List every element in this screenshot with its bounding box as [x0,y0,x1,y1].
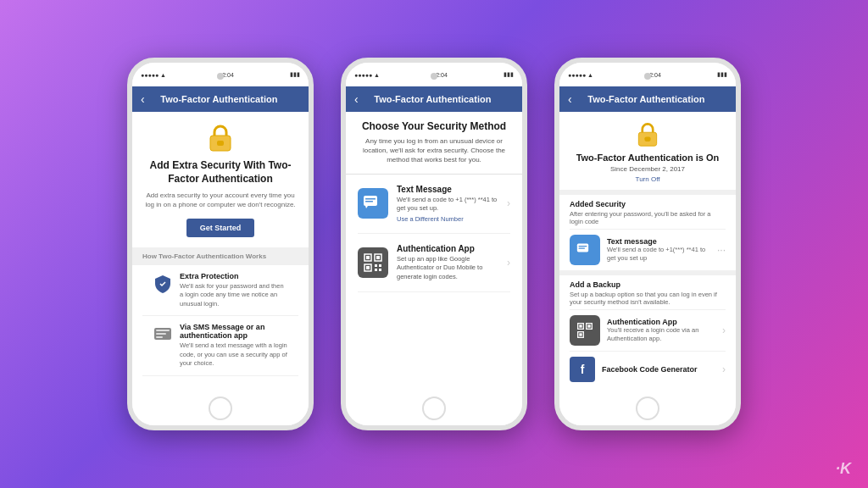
get-started-button[interactable]: Get Started [186,219,255,237]
svg-rect-26 [579,324,581,327]
p3-arrow-2: › [722,363,726,375]
feature-text-2: Via SMS Message or an authentication app… [180,323,288,369]
svg-rect-8 [365,201,373,202]
sms-option-icon [358,188,388,219]
battery-info-2: ▮▮▮ [504,71,514,78]
svg-rect-7 [365,198,376,200]
status-bar-3: ●●●●● ▲ 2:04 ▮▮▮ [559,63,736,86]
svg-rect-4 [156,333,166,335]
phone1-subtext: Add extra security to your account every… [142,191,298,209]
option-arrow-2: › [507,257,510,269]
svg-rect-3 [156,330,170,331]
option-text-1: Text Message We'll send a code to +1 (**… [397,185,498,223]
p3-qr-icon [570,315,600,346]
home-button-1[interactable] [209,396,232,420]
lock-icon-3 [634,120,661,147]
phone3-bottom [559,391,736,425]
svg-rect-19 [379,269,381,271]
p3-text-message-desc: We'll send a code to +1(***) **41 to get… [607,246,710,263]
watermark: ·K [836,460,851,478]
phone3-heading: Two-Factor Authentication is On [570,152,726,163]
svg-rect-15 [366,266,370,269]
signal-info-2: ●●●●● ▲ [354,72,380,78]
status-bar-2: ●●●●● ▲ 2:04 ▮▮▮ [346,63,522,86]
add-backup-title: Add a Backup [570,275,726,291]
svg-rect-1 [217,141,224,146]
fb-header-1: ‹ Two-Factor Authentication [132,86,309,112]
phone-1: ●●●●● ▲ 2:04 ▮▮▮ ‹ Two-Factor Authentica… [127,58,314,430]
time-display-3: 2:04 [649,72,661,78]
lock-icon-wrap-3 [570,120,726,147]
p3-text-message-text: Text message We'll send a code to +1(***… [607,237,710,263]
svg-rect-13 [376,256,380,259]
phone2-screen: Choose Your Security Method Any time you… [346,112,522,391]
option-desc-2: Set up an app like Google Authenticator … [397,255,498,282]
signal-info-3: ●●●●● ▲ [568,72,593,78]
lock-icon-1 [205,122,236,152]
how-section-label: How Two-Factor Authentication Works [132,247,309,265]
svg-rect-30 [579,333,581,336]
svg-rect-21 [644,137,650,141]
option-title-2: Authentication App [397,244,498,253]
added-security-title: Added Security [570,195,726,210]
fb-header-2: ‹ Two-Factor Authentication [346,86,522,112]
svg-rect-24 [579,248,586,249]
p3-sms-icon [570,235,600,265]
battery-info-1: ▮▮▮ [290,71,300,78]
qr-option-icon [358,247,388,278]
feature-item-2: Via SMS Message or an authentication app… [142,316,298,376]
status-bar-1: ●●●●● ▲ 2:04 ▮▮▮ [132,63,309,86]
p3-text-message-item[interactable]: Text message We'll send a code to +1(***… [570,229,726,270]
turn-off-link[interactable]: Turn Off [570,175,726,183]
back-arrow-icon-1[interactable]: ‹ [141,92,145,106]
header-title-1: Two-Factor Authentication [150,94,288,104]
svg-rect-17 [379,264,381,267]
back-arrow-icon-2[interactable]: ‹ [354,92,359,106]
phone2-heading: Choose Your Security Method [358,120,510,132]
option-link-1[interactable]: Use a Different Number [397,215,498,223]
more-icon[interactable]: ··· [717,244,726,256]
p3-fb-code-item[interactable]: f Facebook Code Generator › [570,351,726,387]
option-desc-1: We'll send a code to +1 (***) **41 to ge… [397,196,498,214]
p3-auth-app-item[interactable]: Authentication App You'll receive a logi… [570,309,726,351]
signal-info: ●●●●● ▲ [141,72,166,78]
home-button-3[interactable] [636,396,659,420]
time-display-2: 2:04 [436,72,448,78]
svg-rect-18 [375,269,377,271]
svg-marker-9 [365,206,368,208]
option-auth-app[interactable]: Authentication App Set up an app like Go… [358,234,510,293]
svg-rect-11 [366,256,370,259]
back-arrow-icon-3[interactable]: ‹ [568,92,572,106]
phone2-bottom [346,391,522,425]
p3-auth-app-desc: You'll receive a login code via an Authe… [607,326,715,343]
feature-text-1: Extra Protection We'll ask for your pass… [180,272,288,309]
svg-rect-28 [587,324,590,327]
option-text-2: Authentication App Set up an app like Go… [397,244,498,282]
time-display-1: 2:04 [222,72,234,78]
sms-feature-icon [153,324,173,345]
header-title-3: Two-Factor Authentication [577,94,715,104]
home-button-2[interactable] [422,396,446,420]
feature-title-1: Extra Protection [180,272,288,280]
phone1-heading: Add Extra Security With Two-Factor Authe… [142,159,298,186]
phone1-bottom [132,391,309,425]
p3-arrow-1: › [722,324,726,336]
phone3-screen: Two-Factor Authentication is On Since De… [559,112,736,391]
feature-title-2: Via SMS Message or an authentication app [180,323,288,340]
feature-desc-1: We'll ask for your password and then a l… [180,282,288,309]
feature-desc-2: We'll send a text message with a login c… [180,341,288,369]
phone-3: ●●●●● ▲ 2:04 ▮▮▮ ‹ Two-Factor Authentica… [554,58,741,430]
add-backup-desc: Set up a backup option so that you can l… [570,291,726,306]
svg-rect-5 [156,336,163,338]
p3-text-message-title: Text message [607,237,710,246]
option-title-1: Text Message [397,185,498,194]
phone2-subtext: Any time you log in from an unusual devi… [358,136,510,165]
p3-fb-icon: f [570,357,595,382]
svg-rect-23 [579,246,587,247]
battery-info-3: ▮▮▮ [717,71,727,78]
added-security-desc: After entering your password, you'll be … [570,210,726,225]
p3-auth-app-text: Authentication App You'll receive a logi… [607,318,715,343]
p3-fb-code-text: Facebook Code Generator [602,365,715,374]
svg-rect-16 [375,264,377,267]
option-text-message[interactable]: Text Message We'll send a code to +1 (**… [358,175,510,234]
